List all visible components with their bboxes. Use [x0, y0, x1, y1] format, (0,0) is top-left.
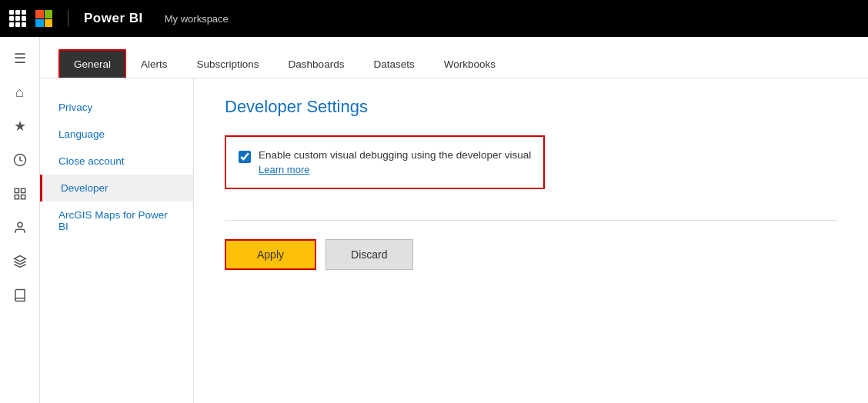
app-name: Power BI: [84, 11, 143, 26]
tab-alerts[interactable]: Alerts: [126, 50, 182, 78]
setting-text: Enable custom visual debugging using the…: [259, 149, 531, 175]
topbar: Power BI My workspace: [0, 0, 868, 37]
tab-workbooks[interactable]: Workbooks: [429, 50, 510, 78]
menu-item-arcgis[interactable]: ArcGIS Maps for Power BI: [40, 202, 193, 240]
settings-panel: Developer Settings Enable custom visual …: [194, 78, 868, 403]
tab-subscriptions[interactable]: Subscriptions: [182, 50, 274, 78]
sidebar: ☰ ⌂ ★: [0, 37, 40, 403]
learn-more-link[interactable]: Learn more: [259, 164, 531, 175]
apply-button[interactable]: Apply: [225, 239, 316, 270]
main-layout: ☰ ⌂ ★: [0, 37, 868, 403]
menu-item-language[interactable]: Language: [40, 121, 193, 148]
workspace-name: My workspace: [165, 13, 229, 25]
section-divider: [225, 220, 837, 221]
svg-rect-1: [15, 188, 18, 192]
settings-menu: Privacy Language Close account Developer…: [40, 78, 194, 403]
home-icon[interactable]: ⌂: [5, 77, 35, 108]
waffle-icon[interactable]: [9, 10, 26, 27]
apps-icon[interactable]: [5, 178, 35, 209]
svg-point-5: [18, 222, 22, 227]
developer-setting-section: Enable custom visual debugging using the…: [225, 135, 545, 189]
menu-item-close-account[interactable]: Close account: [40, 148, 193, 175]
settings-body: Privacy Language Close account Developer…: [40, 78, 868, 403]
logo-divider: [68, 10, 68, 27]
discard-button[interactable]: Discard: [326, 239, 412, 270]
svg-rect-4: [21, 195, 25, 199]
svg-rect-2: [21, 188, 25, 192]
debug-checkbox[interactable]: [239, 151, 251, 163]
content-area: General Alerts Subscriptions Dashboards …: [40, 37, 868, 403]
action-buttons: Apply Discard: [225, 239, 837, 270]
menu-icon[interactable]: ☰: [5, 43, 35, 74]
favorites-icon[interactable]: ★: [5, 111, 35, 142]
tab-general[interactable]: General: [58, 49, 126, 78]
browse-icon[interactable]: [5, 280, 35, 311]
menu-item-privacy[interactable]: Privacy: [40, 94, 193, 121]
menu-item-developer[interactable]: Developer: [40, 175, 193, 202]
microsoft-logo: [35, 10, 52, 27]
svg-rect-3: [15, 195, 18, 199]
checkbox-label: Enable custom visual debugging using the…: [259, 149, 531, 161]
tab-datasets[interactable]: Datasets: [359, 50, 429, 78]
tab-dashboards[interactable]: Dashboards: [274, 50, 359, 78]
shared-icon[interactable]: [5, 212, 35, 243]
recent-icon[interactable]: [5, 145, 35, 175]
panel-title: Developer Settings: [225, 97, 837, 117]
setting-row-debug: Enable custom visual debugging using the…: [239, 149, 531, 175]
tab-bar: General Alerts Subscriptions Dashboards …: [40, 37, 868, 78]
learn-icon[interactable]: [5, 246, 35, 277]
